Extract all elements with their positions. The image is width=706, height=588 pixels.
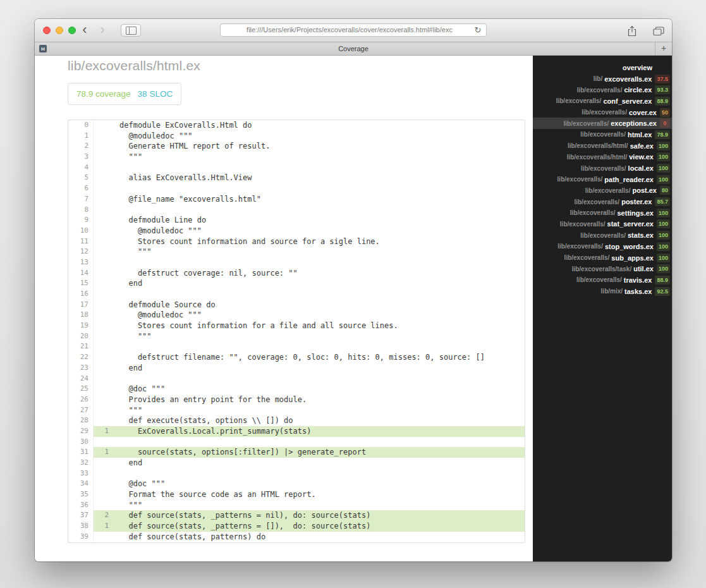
- address-bar[interactable]: file:///Users/erik/Projects/excoveralls/…: [220, 23, 487, 37]
- code-line: 2 Generate HTML report of result.: [68, 141, 525, 152]
- sidebar-item-file[interactable]: lib/excoveralls/stat_server.ex100: [533, 219, 672, 230]
- hit-count: [94, 405, 113, 416]
- coverage-badge: 100: [657, 219, 670, 228]
- sidebar-item-file[interactable]: lib/excoveralls/local.ex100: [533, 162, 672, 174]
- forward-button[interactable]: ›: [94, 21, 111, 39]
- coverage-badge: 50: [660, 108, 670, 117]
- hit-count: [94, 415, 113, 426]
- zoom-button[interactable]: [68, 27, 76, 34]
- sidebar-item-file[interactable]: lib/excoveralls/post.ex80: [533, 185, 672, 197]
- reload-icon[interactable]: ↻: [472, 24, 484, 36]
- coverage-badge: 100: [657, 142, 670, 150]
- source-code: [113, 183, 525, 194]
- source-code: @moduledoc """: [113, 226, 525, 236]
- code-line: 10 @moduledoc """: [68, 226, 525, 236]
- sidebar-item-file[interactable]: lib/excoveralls/stop_words.ex100: [533, 241, 672, 252]
- sloc-stat: 38 SLOC: [138, 89, 173, 99]
- hit-count: [94, 141, 113, 152]
- line-number: 15: [68, 278, 94, 289]
- line-number: 8: [68, 205, 94, 216]
- coverage-badge: 37.5: [655, 75, 670, 83]
- line-number: 3: [68, 152, 94, 162]
- url-text: file:///Users/erik/Projects/excoveralls/…: [221, 24, 486, 36]
- sidebar-item-file[interactable]: lib/excoveralls/task/util.ex100: [533, 263, 672, 274]
- sidebar-item-file[interactable]: lib/excoveralls/html/view.ex100: [533, 152, 672, 163]
- code-line: 9 defmodule Line do: [68, 215, 525, 226]
- hit-count: [94, 469, 113, 479]
- sidebar-item-file[interactable]: lib/excoveralls/html.ex78.9: [533, 129, 672, 140]
- minimize-button[interactable]: [56, 27, 63, 34]
- sidebar-item-file[interactable]: lib/excoveralls/poster.ex85.7: [533, 196, 672, 207]
- source-code: @doc """: [113, 479, 525, 489]
- sidebar-item-file[interactable]: lib/excoveralls/sub_apps.ex100: [533, 252, 672, 264]
- file-name: html.ex: [628, 131, 652, 138]
- file-dir: lib/excoveralls/: [564, 254, 610, 261]
- source-code: end: [113, 278, 525, 289]
- page-title: lib/excoveralls/html.ex: [68, 58, 200, 73]
- line-number: 0: [68, 120, 94, 131]
- tab-bar[interactable]: H Coverage +: [35, 42, 672, 56]
- sidebar-item-file[interactable]: lib/excoveralls/settings.ex100: [533, 207, 672, 219]
- sidebar-item-file[interactable]: lib/excoveralls.ex37.5: [533, 73, 672, 85]
- file-dir: lib/excoveralls/: [564, 120, 609, 127]
- source-code: defstruct filename: "", coverage: 0, slo…: [113, 352, 525, 363]
- source-code: [113, 341, 525, 352]
- coverage-badge: 78.9: [655, 130, 670, 139]
- code-line: 32 end: [68, 458, 525, 469]
- sidebar-item-file[interactable]: lib/excoveralls/html/safe.ex100: [533, 140, 672, 152]
- coverage-label: coverage: [95, 89, 131, 99]
- line-number: 6: [68, 183, 94, 194]
- code-line: 291 ExCoveralls.Local.print_summary(stat…: [68, 426, 525, 437]
- sidebar-toggle-button[interactable]: [121, 24, 141, 37]
- hit-count: [94, 268, 113, 279]
- source-code: end: [113, 458, 525, 469]
- file-dir: lib/excoveralls/: [580, 131, 626, 138]
- sidebar-item-file[interactable]: lib/excoveralls/circle.ex93.3: [533, 84, 672, 95]
- sidebar-item-file[interactable]: lib/excoveralls/travis.ex88.9: [533, 274, 672, 286]
- code-line: 34 @doc """: [68, 479, 525, 489]
- code-line: 381 def source(stats, _patterns = []), d…: [68, 521, 525, 532]
- coverage-badge: 92.5: [655, 287, 670, 296]
- show-tabs-button[interactable]: [650, 25, 667, 37]
- browser-window: ‹ › file:///Users/erik/Projects/excovera…: [35, 19, 672, 561]
- source-code: defstruct coverage: nil, source: "": [113, 268, 525, 279]
- sidebar-item-file[interactable]: lib/excoveralls/exceptions.ex0: [533, 118, 672, 129]
- favicon: H: [39, 45, 47, 52]
- sloc-label: SLOC: [149, 89, 173, 99]
- hit-count: [94, 352, 113, 363]
- hit-count: [94, 489, 113, 500]
- source-code: """: [113, 405, 525, 416]
- back-button[interactable]: ‹: [76, 21, 93, 39]
- hit-count: [94, 395, 113, 405]
- code-line: 3 """: [68, 152, 525, 162]
- hit-count: [94, 247, 113, 257]
- file-dir: lib/mix/: [601, 288, 623, 295]
- file-name: cover.ex: [629, 109, 657, 116]
- file-name: tasks.ex: [624, 288, 652, 295]
- code-line: 13: [68, 257, 525, 268]
- source-code: def source(stats, _patterns = nil), do: …: [113, 510, 525, 521]
- sidebar-item-file[interactable]: lib/mix/tasks.ex92.5: [533, 286, 672, 297]
- code-line: 0defmodule ExCoveralls.Html do: [68, 120, 525, 131]
- close-button[interactable]: [43, 27, 51, 34]
- line-number: 37: [68, 510, 94, 521]
- sidebar-item-file[interactable]: lib/excoveralls/path_reader.ex100: [533, 174, 672, 185]
- sidebar-item-overview[interactable]: overview: [533, 62, 672, 73]
- share-button[interactable]: [624, 25, 640, 37]
- code-line: 4: [68, 162, 525, 173]
- sidebar-item-file[interactable]: lib/excoveralls/cover.ex50: [533, 107, 672, 118]
- source-code: Stores count information and source for …: [113, 236, 525, 247]
- code-line: 17 defmodule Source do: [68, 300, 525, 310]
- hit-count: [94, 363, 113, 374]
- file-dir: lib/excoveralls/html/: [568, 142, 628, 149]
- code-line: 35 Format the source code as an HTML rep…: [68, 489, 525, 500]
- code-line: 19 Stores count information for a file a…: [68, 321, 525, 331]
- source-code: alias ExCoveralls.Html.View: [113, 173, 525, 183]
- source-code: """: [113, 247, 525, 257]
- sidebar-item-file[interactable]: lib/excoveralls/conf_server.ex88.9: [533, 95, 672, 107]
- line-number: 35: [68, 489, 94, 500]
- new-tab-button[interactable]: +: [655, 42, 672, 55]
- line-number: 33: [68, 469, 94, 479]
- hit-count: [94, 479, 113, 489]
- sidebar-item-file[interactable]: lib/excoveralls/stats.ex100: [533, 230, 672, 241]
